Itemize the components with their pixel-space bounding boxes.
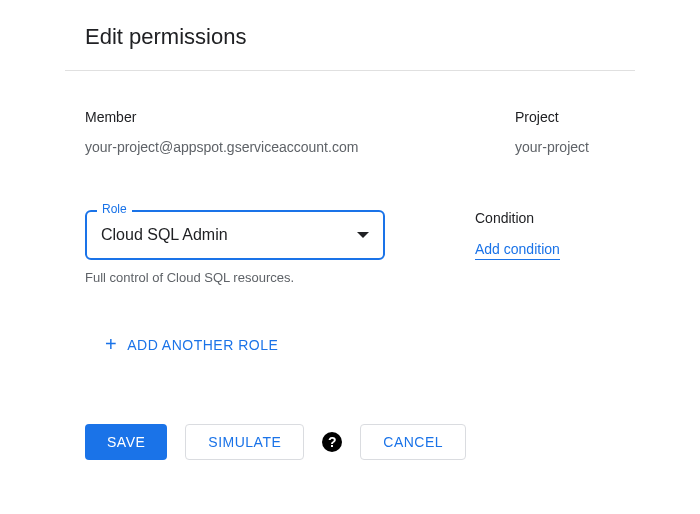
member-label: Member bbox=[85, 109, 515, 125]
add-role-label: ADD ANOTHER ROLE bbox=[127, 337, 278, 353]
save-button[interactable]: SAVE bbox=[85, 424, 167, 460]
add-condition-link[interactable]: Add condition bbox=[475, 241, 560, 260]
help-icon[interactable]: ? bbox=[322, 432, 342, 452]
cancel-button[interactable]: CANCEL bbox=[360, 424, 466, 460]
condition-label: Condition bbox=[475, 210, 615, 226]
divider bbox=[65, 70, 635, 71]
page-title: Edit permissions bbox=[85, 24, 615, 70]
plus-icon: + bbox=[105, 333, 117, 356]
role-description: Full control of Cloud SQL resources. bbox=[85, 270, 470, 285]
member-value: your-project@appspot.gserviceaccount.com bbox=[85, 139, 515, 155]
role-legend: Role bbox=[97, 202, 132, 216]
info-row: Member your-project@appspot.gserviceacco… bbox=[85, 109, 615, 155]
project-value: your-project bbox=[515, 139, 615, 155]
role-row: Role Cloud SQL Admin Full control of Clo… bbox=[85, 210, 615, 285]
button-row: SAVE SIMULATE ? CANCEL bbox=[85, 424, 615, 460]
add-another-role-button[interactable]: + ADD ANOTHER ROLE bbox=[105, 333, 278, 356]
simulate-button[interactable]: SIMULATE bbox=[185, 424, 304, 460]
project-label: Project bbox=[515, 109, 615, 125]
role-select[interactable]: Role Cloud SQL Admin bbox=[85, 210, 385, 260]
chevron-down-icon bbox=[357, 232, 369, 238]
role-selected-value: Cloud SQL Admin bbox=[101, 226, 357, 244]
